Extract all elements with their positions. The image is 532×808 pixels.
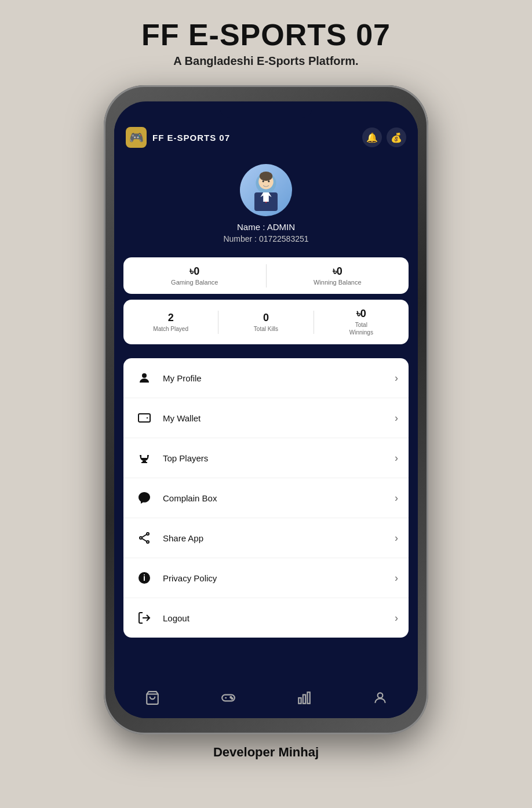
match-played-label: Match Played [127,325,214,333]
share-app-arrow: › [395,532,398,544]
my-profile-icon [134,367,155,388]
total-kills-item: 0 Total Kills [218,304,313,341]
match-played-item: 2 Match Played [123,304,218,341]
notification-icon: 🔔 [366,132,378,143]
gaming-balance-amount: ৳0 [129,265,260,278]
svg-point-14 [147,533,149,535]
wallet-button[interactable]: 💰 [387,128,406,147]
svg-point-16 [147,541,149,543]
top-players-label: Top Players [163,453,395,463]
notch-bar [114,101,418,122]
svg-rect-30 [307,692,309,704]
page-header: FF E-SPORTS 07 A Bangladeshi E-Sports Pl… [141,0,391,74]
menu-item-my-wallet[interactable]: My Wallet › [123,398,409,438]
profile-icon [373,690,388,709]
app-header: 🎮 FF E-SPORTS 07 🔔 💰 [114,122,418,152]
svg-rect-11 [139,414,150,422]
menu-item-share-app[interactable]: Share App › [123,518,409,558]
bottom-nav-gamepad[interactable] [221,690,236,709]
avatar-svg [243,167,289,213]
top-players-icon [134,447,155,468]
profile-name: Name : ADMIN [237,222,295,232]
bottom-nav-leaderboard[interactable] [297,690,312,709]
svg-line-17 [142,534,147,537]
phone-shell: 🎮 FF E-SPORTS 07 🔔 💰 [104,85,428,734]
my-profile-arrow: › [395,372,398,384]
svg-rect-28 [298,698,301,704]
bottom-nav-profile[interactable] [373,690,388,709]
total-winnings-value: ৳0 [318,308,405,320]
menu-item-my-profile[interactable]: My Profile › [123,358,409,398]
share-app-label: Share App [163,533,395,543]
bottom-nav [114,683,418,718]
svg-point-27 [231,698,232,699]
logout-label: Logout [163,613,395,623]
complain-box-arrow: › [395,492,398,504]
winning-balance-amount: ৳0 [272,265,403,278]
winning-balance-item: ৳0 Winning Balance [267,257,409,294]
menu-item-logout[interactable]: Logout › [123,598,409,638]
menu-section: My Profile › My Wallet › Top Players › C… [123,358,409,638]
app-logo: 🎮 [126,127,147,148]
app-header-title: FF E-SPORTS 07 [152,133,362,143]
page-footer: Developer Minhaj [213,734,319,774]
total-winnings-label: Total Winnings [318,321,405,336]
menu-item-privacy-policy[interactable]: i Privacy Policy › [123,558,409,598]
svg-line-18 [142,538,147,541]
bottom-nav-cart[interactable] [145,690,160,709]
my-wallet-icon [134,407,155,428]
privacy-policy-icon: i [134,567,155,588]
menu-item-complain-box[interactable]: Complain Box › [123,478,409,518]
svg-point-9 [268,180,269,182]
logo-icon: 🎮 [129,130,144,144]
status-dot-right [268,110,273,114]
phone-wrapper: 🎮 FF E-SPORTS 07 🔔 💰 [104,85,428,734]
balance-card: ৳0 Gaming Balance ৳0 Winning Balance [123,257,409,294]
privacy-policy-arrow: › [395,572,398,584]
total-winnings-item: ৳0 Total Winnings [314,300,409,344]
svg-point-31 [377,693,382,698]
match-played-value: 2 [127,312,214,324]
gaming-balance-item: ৳0 Gaming Balance [123,257,266,294]
svg-rect-13 [141,462,147,463]
stats-area: ৳0 Gaming Balance ৳0 Winning Balance 2 M… [114,250,418,351]
leaderboard-icon [297,690,312,709]
total-kills-label: Total Kills [222,325,309,333]
cart-icon [145,690,160,709]
avatar [240,164,292,216]
privacy-policy-label: Privacy Policy [163,573,395,583]
page-subtitle: A Bangladeshi E-Sports Platform. [141,54,391,68]
menu-item-top-players[interactable]: Top Players › [123,438,409,478]
page-title: FF E-SPORTS 07 [141,17,391,52]
profile-number: Number : 01722583251 [223,234,308,243]
svg-rect-29 [303,695,305,704]
winning-balance-label: Winning Balance [272,279,403,286]
notification-button[interactable]: 🔔 [362,128,382,147]
wallet-icon: 💰 [391,132,402,143]
logout-icon [134,607,155,628]
header-icons: 🔔 💰 [362,128,406,147]
logout-arrow: › [395,612,398,624]
svg-point-10 [142,373,147,378]
my-wallet-arrow: › [395,412,398,424]
profile-section: Name : ADMIN Number : 01722583251 [114,152,418,250]
complain-box-icon [134,487,155,508]
svg-point-8 [263,180,264,182]
svg-rect-12 [143,461,146,462]
svg-point-2 [260,172,272,181]
match-card: 2 Match Played 0 Total Kills ৳0 Total Wi… [123,300,409,344]
top-players-arrow: › [395,452,398,464]
complain-box-label: Complain Box [163,493,395,503]
my-wallet-label: My Wallet [163,413,395,423]
my-profile-label: My Profile [163,373,395,383]
svg-point-15 [140,537,142,539]
total-kills-value: 0 [222,312,309,324]
share-app-icon [134,527,155,548]
svg-text:i: i [143,573,145,583]
phone-screen: 🎮 FF E-SPORTS 07 🔔 💰 [114,101,418,718]
gamepad-icon [221,690,236,709]
gaming-balance-label: Gaming Balance [129,279,260,286]
status-dot-left [259,110,264,114]
